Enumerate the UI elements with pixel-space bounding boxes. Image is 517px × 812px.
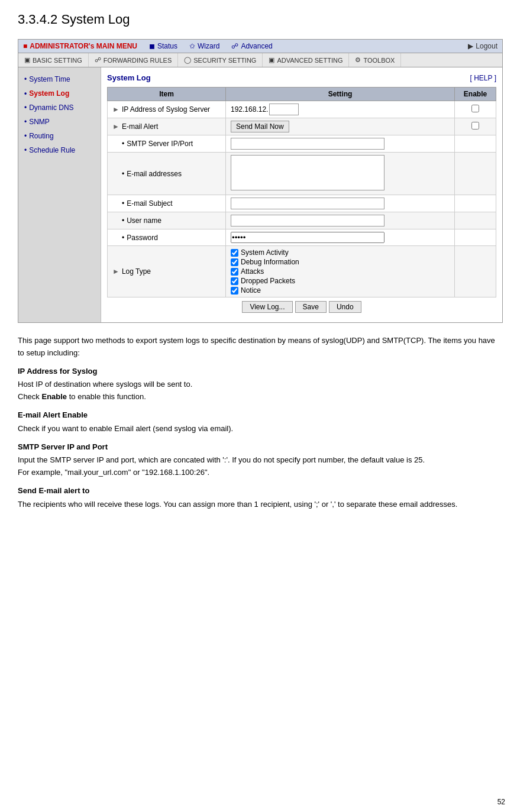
wizard-icon: ✩ [189,42,195,50]
smtp-setting-cell [226,135,455,153]
undo-button[interactable]: Undo [329,301,361,313]
email-addresses-label-cell: • E-mail addresses [108,153,226,195]
ip-suffix-input[interactable] [269,103,299,115]
main-menu-icon: ■ [23,42,27,50]
sidebar-item-routing[interactable]: Routing [18,129,101,143]
advanced-icon: ☍ [231,42,238,50]
email-addresses-enable-cell [455,153,496,195]
toolbox-icon: ⚙ [355,56,361,64]
ip-address-enable-cell [455,101,496,118]
view-log-button[interactable]: View Log... [242,301,292,313]
security-icon: ◯ [184,56,191,64]
nav-security-setting[interactable]: ◯ SECURITY SETTING [178,53,263,67]
bullet-icon: • [122,199,124,208]
username-label: • User name [112,216,221,225]
debug-information-checkbox[interactable] [231,258,238,266]
sidebar-item-system-time[interactable]: System Time [18,72,101,86]
email-alert-label: ► E-mail Alert [112,122,221,131]
table-row: • Password [108,229,496,246]
username-input[interactable] [231,215,384,227]
email-addresses-label: • E-mail addresses [112,170,221,178]
main-area: System Time System Log Dynamic DNS SNMP … [18,67,502,322]
username-setting-cell [226,212,455,229]
col-enable: Enable [455,88,496,101]
ip-address-setting-cell: 192.168.12. [226,101,455,118]
section-body-email-alert: Check if you want to enable Email alert … [18,423,499,435]
smtp-input[interactable] [231,138,384,150]
nav-forwarding-rules[interactable]: ☍ FORWARDING RULES [89,53,179,67]
send-mail-button[interactable]: Send Mail Now [231,121,289,132]
section-body-ip: Host IP of destination where syslogs wil… [18,378,499,403]
attacks-checkbox[interactable] [231,268,238,276]
page-heading: 3.3.4.2 System Log [18,12,499,27]
panel-title: System Log [107,73,151,82]
sidebar-item-schedule-rule[interactable]: Schedule Rule [18,143,101,157]
ip-prefix: 192.168.12. [231,105,268,114]
username-enable-cell [455,212,496,229]
panel-header: System Log [ HELP ] [107,73,496,82]
checkbox-item-debug-information: Debug Information [231,258,450,266]
settings-table: Item Setting Enable ► IP Address of Sysl… [107,87,496,297]
email-alert-enable-cell [455,118,496,135]
bottom-buttons: View Log... Save Undo [107,297,496,316]
log-type-label: ► Log Type [112,267,221,276]
nav-main-menu[interactable]: ■ ADMINISTRATOR's MAIN MENU [23,42,137,50]
email-alert-enable-checkbox[interactable] [471,122,479,130]
sidebar-item-dynamic-dns[interactable]: Dynamic DNS [18,101,101,115]
arrow-icon: ► [112,267,119,276]
section-body-send-email: The recipients who will receive these lo… [18,499,499,511]
password-input[interactable] [231,232,384,243]
help-link[interactable]: [ HELP ] [470,74,496,82]
status-icon: ◼ [149,42,155,50]
smtp-label: • SMTP Server IP/Port [112,140,221,148]
save-button[interactable]: Save [295,301,327,313]
sidebar-item-system-log[interactable]: System Log [18,86,101,101]
col-item: Item [108,88,226,101]
dropped-packets-checkbox[interactable] [231,277,238,285]
ip-address-label: ► IP Address of Syslog Server [112,105,221,114]
bullet-icon: • [122,140,124,148]
log-type-checkboxes: System Activity Debug Information Attack… [231,248,450,295]
sidebar: System Time System Log Dynamic DNS SNMP … [18,67,101,322]
table-row: • User name [108,212,496,229]
sidebar-item-snmp[interactable]: SNMP [18,115,101,129]
nav-advanced[interactable]: ☍ Advanced [231,42,272,50]
email-subject-setting-cell [226,195,455,212]
email-subject-enable-cell [455,195,496,212]
nav-basic-setting[interactable]: ▣ BASIC SETTING [18,53,89,67]
log-type-enable-cell [455,246,496,297]
email-addresses-textarea[interactable] [231,155,384,190]
table-row: • SMTP Server IP/Port [108,135,496,153]
log-type-setting-cell: System Activity Debug Information Attack… [226,246,455,297]
nav-status[interactable]: ◼ Status [149,42,177,50]
email-alert-label-cell: ► E-mail Alert [108,118,226,135]
nav-toolbox[interactable]: ⚙ TOOLBOX [349,53,401,67]
table-row: • E-mail addresses [108,153,496,195]
section-title-smtp: SMTP Server IP and Port [18,441,499,454]
section-title-ip: IP Address for Syslog [18,365,499,378]
password-enable-cell [455,229,496,246]
forwarding-icon: ☍ [95,56,101,64]
checkbox-item-system-activity: System Activity [231,248,450,257]
email-addresses-setting-cell [226,153,455,195]
checkbox-item-notice: Notice [231,286,450,295]
top-nav: ■ ADMINISTRATOR's MAIN MENU ◼ Status ✩ W… [18,40,502,53]
username-label-cell: • User name [108,212,226,229]
bullet-icon: • [122,170,124,178]
email-subject-input[interactable] [231,198,384,209]
nav-wizard[interactable]: ✩ Wizard [189,42,219,50]
nav-logout[interactable]: ▶ Logout [468,42,497,50]
bullet-icon: • [122,234,124,242]
router-ui: ■ ADMINISTRATOR's MAIN MENU ◼ Status ✩ W… [18,39,503,323]
checkbox-item-dropped-packets: Dropped Packets [231,277,450,285]
notice-checkbox[interactable] [231,287,238,295]
section-title-send-email: Send E-mail alert to [18,485,499,497]
table-row: ► E-mail Alert Send Mail Now [108,118,496,135]
system-activity-checkbox[interactable] [231,249,238,257]
nav-advanced-setting[interactable]: ▣ ADVANCED SETTING [263,53,349,67]
section-body-smtp: Input the SMTP server IP and port, which… [18,454,499,479]
ip-address-enable-checkbox[interactable] [471,105,479,112]
ip-address-label-cell: ► IP Address of Syslog Server [108,101,226,118]
description-section: This page support two methods to export … [18,335,499,511]
table-row: ► IP Address of Syslog Server 192.168.12… [108,101,496,118]
